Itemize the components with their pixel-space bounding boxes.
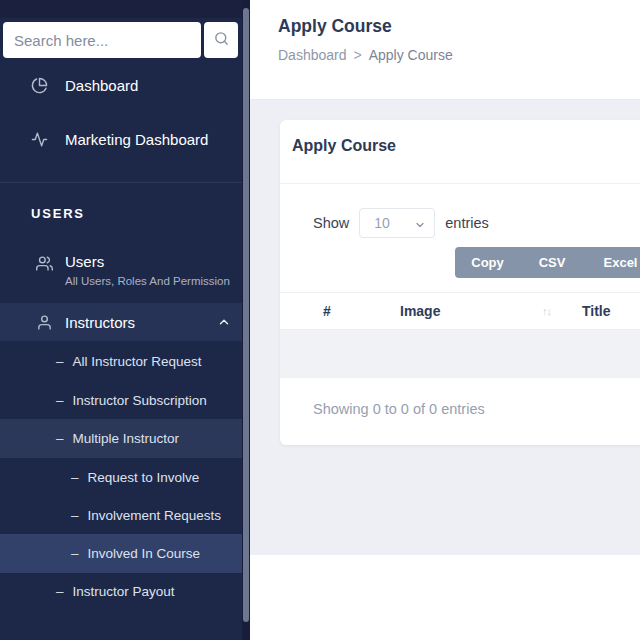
dash-bullet: –: [56, 431, 64, 446]
table-empty-row: [280, 330, 640, 378]
users-icon: [36, 255, 53, 272]
sidebar-item-instructors[interactable]: Instructors: [0, 303, 242, 341]
dash-bullet: –: [56, 584, 64, 599]
sidebar-item-label: Users: [65, 253, 230, 270]
search-button[interactable]: [204, 22, 238, 58]
sidebar-item-label: Marketing Dashboard: [65, 131, 208, 148]
dash-bullet: –: [71, 508, 79, 523]
sidebar-subitem-all-instructor-request[interactable]: – All Instructor Request: [0, 342, 242, 381]
sidebar-section-users: USERS: [31, 206, 85, 221]
subitem-label: Instructor Subscription: [73, 393, 207, 408]
chevron-down-icon: [414, 218, 426, 230]
page-size-value: 10: [374, 215, 390, 231]
user-icon: [36, 314, 53, 331]
subitem-label: All Instructor Request: [73, 354, 202, 369]
entries-label: entries: [445, 215, 489, 231]
chevron-up-icon: [217, 315, 231, 329]
subitem-label: Involved In Course: [88, 546, 201, 561]
sidebar-scrollbar-thumb[interactable]: [243, 8, 249, 622]
breadcrumb-current: Apply Course: [369, 47, 453, 63]
sidebar-item-users[interactable]: Users All Users, Roles And Permission: [0, 243, 242, 301]
dash-bullet: –: [56, 393, 64, 408]
content-bottom-spacer: [250, 555, 640, 640]
column-header-title[interactable]: Title: [582, 293, 611, 329]
sidebar-subitem-involved-in-course[interactable]: – Involved In Course: [0, 534, 242, 573]
sort-icon[interactable]: ↑↓: [542, 293, 551, 329]
sidebar-item-marketing-dashboard[interactable]: Marketing Dashboard: [0, 120, 242, 158]
pie-chart-icon: [31, 77, 48, 94]
sidebar-item-label: Dashboard: [65, 77, 138, 94]
sidebar-subitem-instructor-payout[interactable]: – Instructor Payout: [0, 572, 242, 611]
table-header-row: # Image ↑↓ Title: [280, 292, 640, 330]
csv-button[interactable]: CSV: [520, 247, 584, 278]
column-header-number[interactable]: #: [323, 293, 331, 329]
breadcrumb: Dashboard>Apply Course: [278, 47, 453, 63]
column-header-image[interactable]: Image: [400, 293, 440, 329]
subitem-label: Request to Involve: [88, 470, 200, 485]
sidebar-top-strip: [0, 0, 242, 18]
subitem-label: Multiple Instructor: [73, 431, 180, 446]
export-button-group: Copy CSV Excel: [455, 247, 640, 278]
sidebar-item-dashboard[interactable]: Dashboard: [0, 66, 242, 104]
sidebar-subitem-instructor-subscription[interactable]: – Instructor Subscription: [0, 381, 242, 420]
sidebar-scrollbar-track[interactable]: [242, 0, 250, 640]
table-info-text: Showing 0 to 0 of 0 entries: [313, 401, 485, 417]
page-header: Apply Course Dashboard>Apply Course: [250, 0, 640, 100]
sidebar-subitem-multiple-instructor[interactable]: – Multiple Instructor: [0, 419, 242, 458]
search-icon: [213, 30, 230, 50]
sidebar: Dashboard Marketing Dashboard USERS User…: [0, 0, 242, 640]
dash-bullet: –: [71, 546, 79, 561]
page-length-control: Show 10 entries: [313, 208, 489, 238]
sidebar-search: [3, 22, 241, 58]
copy-button[interactable]: Copy: [455, 247, 520, 278]
breadcrumb-separator: >: [354, 47, 362, 63]
subitem-label: Instructor Payout: [73, 584, 175, 599]
activity-icon: [31, 131, 48, 148]
search-input[interactable]: [3, 22, 201, 58]
dash-bullet: –: [56, 354, 64, 369]
sidebar-subitem-request-to-involve[interactable]: – Request to Involve: [0, 458, 242, 497]
card-title: Apply Course: [292, 137, 396, 155]
sidebar-subitem-involvement-requests[interactable]: – Involvement Requests: [0, 496, 242, 535]
page-title: Apply Course: [278, 16, 392, 37]
sidebar-item-label: Instructors: [65, 314, 135, 331]
subitem-label: Involvement Requests: [88, 508, 222, 523]
content-area: Apply Course Show 10 entries Copy CSV Ex…: [250, 100, 640, 555]
dash-bullet: –: [71, 470, 79, 485]
excel-button[interactable]: Excel: [584, 247, 640, 278]
apply-course-card: Apply Course Show 10 entries Copy CSV Ex…: [280, 120, 640, 445]
page-size-select[interactable]: 10: [359, 208, 435, 238]
breadcrumb-dashboard[interactable]: Dashboard: [278, 47, 347, 63]
sidebar-item-subtitle: All Users, Roles And Permission: [65, 275, 230, 287]
sidebar-divider: [0, 182, 242, 183]
show-label: Show: [313, 215, 349, 231]
card-divider: [280, 183, 640, 184]
